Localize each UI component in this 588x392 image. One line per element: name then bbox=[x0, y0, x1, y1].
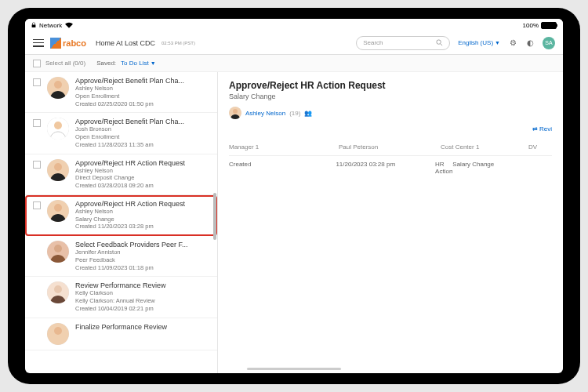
item-title: Approve/Reject HR Action Request bbox=[75, 200, 209, 208]
avatar bbox=[47, 281, 69, 303]
item-person: Ashley Nelson bbox=[75, 167, 209, 175]
item-title: Review Performance Review bbox=[75, 281, 209, 289]
svg-point-13 bbox=[54, 285, 62, 293]
page-time: 02:53 PM (PST) bbox=[162, 41, 195, 45]
select-all-label: Select all (0/0) bbox=[45, 60, 85, 67]
item-checkbox[interactable] bbox=[33, 78, 41, 86]
item-title: Finalize Performance Review bbox=[75, 323, 209, 331]
table-row: Created 11/20/2023 03:28 pm HR Action Sa… bbox=[229, 156, 552, 180]
item-checkbox[interactable] bbox=[33, 119, 41, 127]
saved-label: Saved: bbox=[96, 60, 116, 67]
item-title: Select Feedback Providers Peer F... bbox=[75, 241, 209, 249]
menu-icon[interactable] bbox=[33, 39, 44, 47]
svg-point-0 bbox=[437, 40, 441, 44]
svg-point-5 bbox=[54, 122, 62, 129]
battery-icon bbox=[541, 22, 557, 29]
avatar bbox=[47, 241, 69, 263]
avatar bbox=[47, 118, 69, 140]
item-sub: Kelly Clarkson: Annual Review bbox=[75, 297, 209, 305]
detail-panel: Approve/Reject HR Action Request Salary … bbox=[218, 72, 563, 373]
item-checkbox[interactable] bbox=[33, 201, 41, 209]
avatar bbox=[47, 200, 69, 222]
item-created: Created 11/09/2023 01:18 pm bbox=[75, 264, 209, 272]
svg-point-11 bbox=[54, 245, 62, 252]
search-input[interactable]: Search bbox=[356, 36, 450, 50]
chevron-down-icon: ▼ bbox=[495, 40, 500, 45]
page-title: Home At Lost CDC bbox=[96, 39, 155, 47]
avatar bbox=[47, 159, 69, 181]
status-bar: Network 100% bbox=[25, 19, 563, 31]
svg-point-7 bbox=[54, 163, 62, 171]
list-item[interactable]: Approve/Reject Benefit Plan Cha... Ashle… bbox=[25, 72, 217, 113]
review-link[interactable]: ⇄ Revi bbox=[229, 125, 552, 132]
item-title: Approve/Reject Benefit Plan Cha... bbox=[75, 77, 209, 85]
user-avatar[interactable]: SA bbox=[543, 37, 555, 49]
item-created: Created 11/20/2023 03:28 pm bbox=[75, 223, 209, 230]
item-title: Approve/Reject HR Action Request bbox=[75, 159, 209, 167]
item-person: Ashley Nelson bbox=[75, 208, 209, 216]
item-person: Josh Bronson bbox=[75, 125, 209, 133]
svg-point-15 bbox=[54, 327, 62, 335]
avatar bbox=[229, 107, 241, 119]
detail-person-count: (19) bbox=[289, 110, 300, 117]
item-sub: Open Enrollment bbox=[75, 93, 209, 100]
people-icon[interactable]: 👥 bbox=[304, 110, 312, 117]
battery-label: 100% bbox=[523, 22, 539, 29]
list-item[interactable]: Select Feedback Providers Peer F... Jenn… bbox=[25, 236, 217, 277]
wifi-icon bbox=[65, 22, 73, 28]
item-created: Created 10/04/2019 02:21 pm bbox=[75, 305, 209, 313]
content-area: Approve/Reject Benefit Plan Cha... Ashle… bbox=[25, 72, 563, 373]
item-person: Jennifer Anniston bbox=[75, 249, 209, 256]
avatar bbox=[47, 323, 69, 345]
table-header: Manager 1 Paul Peterson Cost Center 1 DV bbox=[229, 139, 552, 156]
filter-dropdown[interactable]: To Do List ▼ bbox=[121, 60, 156, 67]
logo-text: rabco bbox=[63, 38, 86, 48]
item-checkbox[interactable] bbox=[33, 161, 41, 169]
language-selector[interactable]: English (US)▼ bbox=[458, 39, 500, 46]
detail-subtitle: Salary Change bbox=[229, 93, 552, 100]
settings-icon[interactable]: ⚙ bbox=[508, 38, 517, 48]
item-sub: Peer Feedback bbox=[75, 256, 209, 264]
list-item[interactable]: Review Performance Review Kelly Clarkson… bbox=[25, 277, 217, 318]
svg-point-3 bbox=[54, 81, 62, 89]
home-button[interactable] bbox=[11, 177, 19, 215]
svg-point-17 bbox=[233, 109, 238, 114]
item-person: Kelly Clarkson bbox=[75, 289, 209, 297]
item-created: Created 11/28/2023 11:35 am bbox=[75, 141, 209, 149]
detail-title: Approve/Reject HR Action Request bbox=[229, 80, 552, 91]
tablet-frame: Network 100% rabco Home At Lost CDC 02:5… bbox=[8, 8, 580, 384]
list-item[interactable]: Approve/Reject Benefit Plan Cha... Josh … bbox=[25, 113, 217, 154]
item-sub: Open Enrollment bbox=[75, 133, 209, 141]
item-created: Created 02/25/2020 01:50 pm bbox=[75, 100, 209, 108]
scrollbar[interactable] bbox=[213, 72, 216, 373]
app-header: rabco Home At Lost CDC 02:53 PM (PST) Se… bbox=[25, 31, 563, 55]
list-item[interactable]: Finalize Performance Review bbox=[25, 318, 217, 350]
avatar bbox=[47, 77, 69, 99]
list-toolbar: Select all (0/0) Saved: To Do List ▼ bbox=[25, 55, 563, 72]
item-sub: Direct Deposit Change bbox=[75, 174, 209, 182]
logo: rabco bbox=[50, 38, 86, 49]
logo-mark bbox=[50, 38, 61, 49]
network-label: Network bbox=[39, 22, 62, 29]
notifications-icon[interactable]: ◐ bbox=[525, 38, 535, 48]
select-all-checkbox[interactable] bbox=[33, 60, 41, 67]
item-created: Created 03/28/2018 09:20 am bbox=[75, 182, 209, 190]
list-item-selected[interactable]: Approve/Reject HR Action Request Ashley … bbox=[25, 195, 217, 236]
detail-table: Manager 1 Paul Peterson Cost Center 1 DV… bbox=[229, 139, 552, 180]
detail-person-name[interactable]: Ashley Nelson bbox=[245, 110, 285, 117]
svg-point-9 bbox=[54, 204, 62, 212]
item-title: Approve/Reject Benefit Plan Cha... bbox=[75, 118, 209, 125]
home-indicator[interactable] bbox=[247, 368, 341, 370]
svg-line-1 bbox=[441, 44, 442, 45]
lock-icon bbox=[31, 22, 36, 28]
search-icon bbox=[436, 39, 443, 46]
item-sub: Salary Change bbox=[75, 216, 209, 223]
search-placeholder: Search bbox=[363, 39, 436, 46]
screen: Network 100% rabco Home At Lost CDC 02:5… bbox=[25, 19, 563, 373]
chevron-down-icon: ▼ bbox=[151, 60, 156, 66]
list-item[interactable]: Approve/Reject HR Action Request Ashley … bbox=[25, 154, 217, 195]
task-list: Approve/Reject Benefit Plan Cha... Ashle… bbox=[25, 72, 218, 373]
detail-person-row: Ashley Nelson (19) 👥 bbox=[229, 107, 552, 119]
item-person: Ashley Nelson bbox=[75, 85, 209, 93]
